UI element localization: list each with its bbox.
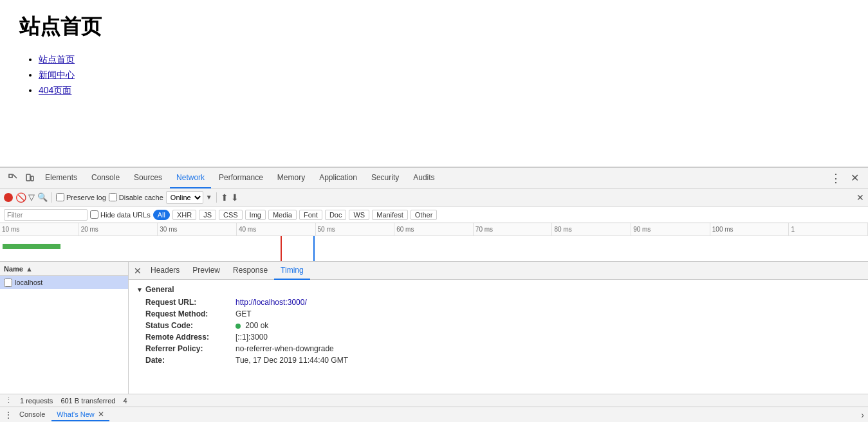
link-home[interactable]: 站点首页 [39,54,75,64]
page-content: 站点首页 站点首页 新闻中心 404页面 [0,0,868,167]
page-title: 站点首页 [19,13,849,41]
link-news[interactable]: 新闻中心 [39,69,75,80]
link-404[interactable]: 404页面 [39,85,71,95]
page-links: 站点首页 新闻中心 404页面 [19,54,849,96]
